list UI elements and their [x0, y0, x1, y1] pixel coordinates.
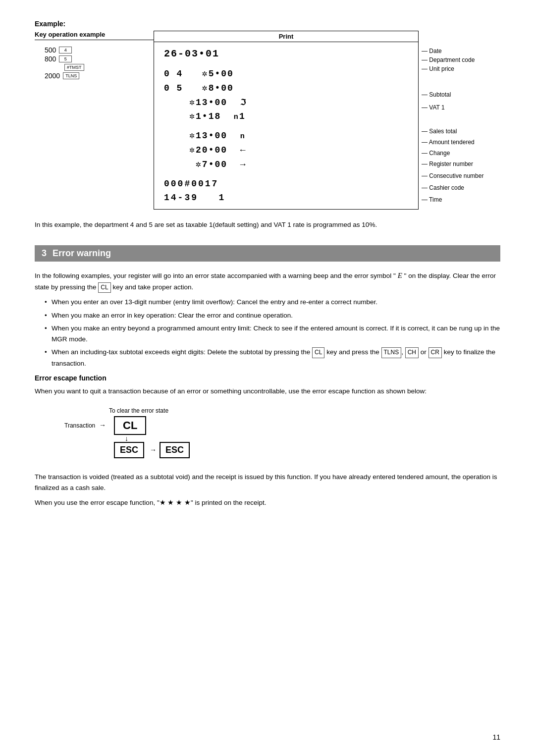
flow-diagram: To clear the error state Transaction → C… — [64, 407, 263, 462]
receipt-subtotal: ✲13•00 ℑ — [164, 96, 408, 110]
intro-text-3: key and take proper action. — [112, 283, 193, 291]
key-box-4: 4 — [59, 47, 72, 54]
cr-key-bullet: CR — [428, 347, 442, 358]
example-label: Example: — [35, 20, 500, 28]
example-description: In this example, the department 4 and 5 … — [35, 219, 500, 230]
print-area: Print 26-03•01 0 4 ✲5•00 0 5 ✲8•00 ✲13•0… — [154, 31, 500, 210]
label-time: — Time — [422, 196, 442, 203]
key-entry-800: 800 5 — [45, 55, 154, 63]
label-unit-price: — Unit price — [422, 65, 454, 72]
flow-esc1-box: ESC — [114, 442, 144, 458]
flow-cl-box: CL — [114, 416, 146, 435]
tlns-key-bullet: TLNS — [381, 347, 402, 358]
side-labels: — Date — Department code — Unit price — … — [419, 31, 500, 210]
section-number: 3 — [42, 248, 47, 259]
cl-key-inline: CL — [98, 282, 110, 293]
intro-text-1: In the following examples, your register… — [35, 272, 396, 279]
error-intro: In the following examples, your register… — [35, 270, 500, 293]
bullet-list: When you enter an over 13-digit number (… — [45, 297, 500, 369]
receipt-consecutive: 000#0017 — [164, 177, 408, 191]
label-subtotal: — Subtotal — [422, 91, 451, 98]
flow-esc2-box: ESC — [160, 442, 190, 458]
print-title: Print — [154, 31, 418, 42]
key-box-5: 5 — [59, 55, 72, 62]
flow-top-label: To clear the error state — [109, 407, 168, 414]
bullet-item-3: When you make an entry beyond a programm… — [45, 323, 500, 345]
key-op-entries: 500 4 800 5 #TMST 2000 TLNS — [35, 44, 154, 80]
key-entry-2000: 2000 TLNS — [45, 72, 154, 80]
error-symbol: E — [396, 271, 404, 279]
page-number: 11 — [492, 733, 500, 741]
section-header: 3 Error warning — [35, 245, 500, 262]
receipt-amount-tendered: ✲20•00 ← — [164, 143, 408, 158]
key-value-500: 500 — [45, 46, 56, 54]
escape-description: When you want to quit a transaction beca… — [35, 386, 500, 397]
label-change: — Change — [422, 150, 450, 157]
label-cashier-code: — Cashier code — [422, 184, 464, 191]
key-entry-tmst: #TMST — [64, 64, 154, 71]
bullet-item-4: When an including-tax subtotal exceeds e… — [45, 347, 500, 369]
flow-down-arrow: ↓ — [125, 434, 128, 442]
receipt-change: ✲7•00 → — [164, 158, 408, 172]
after-flow-1: The transaction is voided (treated as a … — [35, 472, 500, 494]
label-dept-code: — Department code — [422, 56, 475, 63]
label-consecutive-number: — Consecutive number — [422, 172, 483, 179]
key-box-tmst: #TMST — [64, 64, 84, 71]
example-container: Key operation example 500 4 800 5 #TMST — [35, 31, 500, 210]
receipt-dept5: 0 5 ✲8•00 — [164, 81, 408, 96]
label-date: — Date — [422, 48, 442, 54]
escape-title: Error escape function — [35, 374, 500, 382]
label-sales-total: — Sales total — [422, 128, 457, 135]
key-operation-title: Key operation example — [35, 31, 154, 40]
print-border: Print 26-03•01 0 4 ✲5•00 0 5 ✲8•00 ✲13•0… — [154, 31, 419, 210]
receipt-area: 26-03•01 0 4 ✲5•00 0 5 ✲8•00 ✲13•00 ℑ ✲1… — [154, 42, 418, 209]
key-value-2000: 2000 — [45, 72, 60, 80]
after-flow-2: When you use the error escape function, … — [35, 497, 500, 508]
receipt-cashier: 14-39 1 — [164, 191, 408, 205]
receipt-sales-total: ✲13•00 n — [164, 129, 408, 143]
flow-transaction-label: Transaction — [64, 422, 95, 429]
key-value-800: 800 — [45, 55, 56, 63]
error-warning-section: 3 Error warning In the following example… — [35, 245, 500, 509]
receipt-vat: ✲1•18 n1 — [164, 109, 408, 124]
bullet-item-1: When you enter an over 13-digit number (… — [45, 297, 500, 308]
bullet-item-2: When you make an error in key operation:… — [45, 310, 500, 321]
section-title: Error warning — [53, 248, 111, 259]
key-box-tlns: TLNS — [63, 72, 79, 79]
cl-key-bullet: CL — [312, 347, 324, 358]
label-vat1: — VAT 1 — [422, 104, 445, 111]
flow-arrow-1: → — [99, 421, 106, 429]
key-operation-col: Key operation example 500 4 800 5 #TMST — [35, 31, 154, 210]
key-entry-500: 500 4 — [45, 46, 154, 54]
receipt-date: 26-03•01 — [164, 46, 408, 62]
example-section: Example: Key operation example 500 4 800… — [35, 20, 500, 230]
label-register-number: — Register number — [422, 161, 473, 167]
receipt-dept4: 0 4 ✲5•00 — [164, 67, 408, 81]
flow-arrow-2: → — [150, 446, 157, 454]
ch-key-bullet: CH — [405, 347, 419, 358]
label-amount-tendered: — Amount tendered — [422, 139, 475, 146]
